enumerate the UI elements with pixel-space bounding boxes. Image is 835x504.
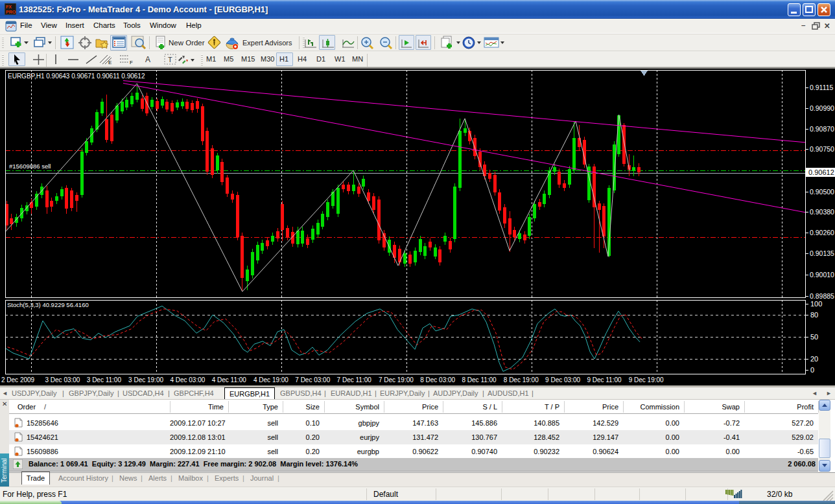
svg-text:3 Dec 03:00: 3 Dec 03:00 [45, 376, 80, 384]
svg-text:50: 50 [810, 333, 818, 341]
svg-text:8 Dec 03:00: 8 Dec 03:00 [420, 376, 455, 384]
svg-text:3 Dec 11:00: 3 Dec 11:00 [87, 376, 122, 384]
svg-text:0.90870: 0.90870 [810, 125, 834, 133]
svg-text:0.90260: 0.90260 [810, 229, 834, 236]
svg-text:4 Dec 03:00: 4 Dec 03:00 [170, 376, 205, 384]
svg-text:FX: FX [6, 5, 12, 9]
svg-text:PRO: PRO [6, 10, 16, 14]
svg-text:9 Dec 19:00: 9 Dec 19:00 [629, 376, 664, 384]
svg-text:80: 80 [810, 311, 818, 319]
svg-text:0.90500: 0.90500 [810, 188, 834, 196]
svg-text:#15609886 sell: #15609886 sell [9, 163, 51, 170]
svg-text:4 Dec 11:00: 4 Dec 11:00 [212, 376, 247, 384]
svg-text:100: 100 [810, 300, 822, 308]
svg-text:T: T [168, 56, 172, 63]
svg-text:7 Dec 11:00: 7 Dec 11:00 [337, 376, 372, 384]
svg-text:0.90612: 0.90612 [808, 168, 834, 176]
svg-text:EURGBP,H1 0.90643 0.90671 0.9: EURGBP,H1 0.90643 0.90671 0.90611 0.9061… [8, 73, 145, 80]
svg-text:0.90990: 0.90990 [810, 104, 834, 112]
svg-text:0.90135: 0.90135 [810, 249, 834, 257]
svg-text:2 Dec 2009: 2 Dec 2009 [1, 376, 35, 384]
svg-text:0.90010: 0.90010 [810, 271, 834, 279]
svg-text:0: 0 [810, 366, 814, 374]
svg-text:0.89885: 0.89885 [810, 292, 834, 300]
svg-text:4 Dec 19:00: 4 Dec 19:00 [253, 376, 288, 384]
svg-text:3 Dec 19:00: 3 Dec 19:00 [128, 376, 163, 384]
svg-text:0.90750: 0.90750 [810, 145, 834, 153]
svg-text:7 Dec 19:00: 7 Dec 19:00 [379, 376, 414, 384]
svg-text:F: F [130, 60, 133, 65]
svg-text:20: 20 [810, 355, 818, 363]
svg-text:Stoch(5,3,3) 40.9229 56.4160: Stoch(5,3,3) 40.9229 56.4160 [7, 301, 89, 308]
svg-text:E: E [108, 60, 112, 65]
svg-text:0.90380: 0.90380 [810, 208, 834, 216]
svg-text:9 Dec 03:00: 9 Dec 03:00 [545, 376, 580, 384]
svg-text:7 Dec 03:00: 7 Dec 03:00 [295, 376, 330, 384]
svg-text:8 Dec 19:00: 8 Dec 19:00 [504, 376, 539, 384]
svg-text:9 Dec 11:00: 9 Dec 11:00 [587, 376, 622, 384]
svg-text:0.91115: 0.91115 [810, 84, 834, 91]
svg-text:8 Dec 11:00: 8 Dec 11:00 [462, 376, 497, 384]
